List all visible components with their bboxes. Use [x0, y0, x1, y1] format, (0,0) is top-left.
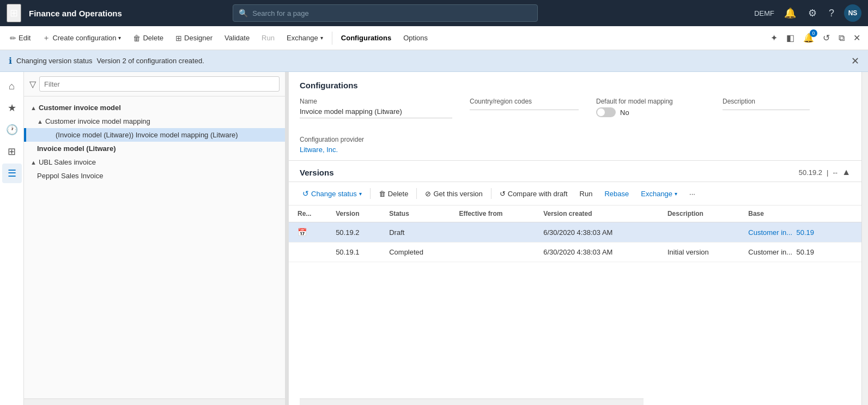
apps-icon[interactable]: ⊞	[7, 4, 21, 22]
cell-effective-from	[453, 243, 538, 262]
delete-button[interactable]: 🗑 Delete	[128, 31, 169, 46]
search-bar[interactable]: 🔍	[233, 4, 538, 22]
nav-recent-icon[interactable]: 🕐	[2, 120, 22, 140]
command-bar-right: ✦ ◧ 🔔0 ↺ ⧉ ✕	[767, 29, 864, 46]
info-icon: ℹ	[9, 56, 12, 66]
provider-link[interactable]: Litware, Inc.	[300, 146, 409, 154]
default-mapping-label: Default for model mapping	[596, 98, 705, 105]
nav-favorite-icon[interactable]: ★	[2, 98, 22, 118]
get-version-button[interactable]: ⊘ Get this version	[420, 187, 487, 201]
versions-table: Re... Version Status Effective from Vers…	[289, 205, 861, 262]
versions-horizontal-scrollbar[interactable]	[300, 398, 644, 405]
edit-button[interactable]: ✏ Edit	[4, 31, 36, 46]
info-bar-close[interactable]: ✕	[851, 55, 859, 67]
refresh-icon[interactable]: ↺	[820, 29, 833, 46]
pin-icon[interactable]: ✦	[767, 29, 781, 46]
versions-delete-button[interactable]: 🗑 Delete	[374, 187, 414, 201]
cell-version: 50.19.1	[330, 243, 384, 262]
ver-separator	[416, 188, 417, 199]
provider-label: Configuration provider	[300, 136, 409, 143]
config-fields: Name Invoice model mapping (Litware) Cou…	[300, 98, 851, 154]
designer-button[interactable]: ⊞ Designer	[170, 31, 218, 46]
run-button[interactable]: Run	[256, 31, 280, 45]
cell-base: Customer in... 50.19	[743, 222, 861, 243]
filter-input[interactable]	[39, 76, 280, 92]
versions-exchange-button[interactable]: Exchange ▾	[636, 187, 682, 201]
notification-icon[interactable]: 🔔	[782, 6, 798, 20]
cell-version-created: 6/30/2020 4:38:03 AM	[538, 243, 662, 262]
change-status-arrow-icon: ▾	[359, 191, 362, 197]
versions-more-button[interactable]: ···	[684, 187, 700, 201]
right-panel: Configurations Name Invoice model mappin…	[289, 72, 861, 405]
versions-collapse-icon[interactable]: ▲	[842, 167, 851, 177]
tree-item-ubl-sales-invoice[interactable]: ▲ UBL Sales invoice	[24, 155, 285, 169]
rebase-button[interactable]: Rebase	[599, 187, 634, 201]
filter-bar: ▽	[24, 72, 285, 96]
right-scrollbar[interactable]	[861, 72, 868, 405]
tree-content: ▲ Customer invoice model ▲ Customer invo…	[24, 96, 285, 398]
compare-draft-button[interactable]: ↺ Compare with draft	[495, 187, 573, 201]
versions-current: 50.19.2	[799, 168, 822, 177]
change-status-button[interactable]: ↺ Change status ▾	[298, 186, 367, 201]
col-version: Version	[330, 205, 384, 222]
create-config-button[interactable]: ＋ Create configuration ▾	[37, 30, 126, 46]
nav-home-icon[interactable]: ⌂	[2, 76, 22, 96]
cell-version: 50.19.2	[330, 222, 384, 243]
versions-table-wrap: Re... Version Status Effective from Vers…	[289, 205, 861, 398]
compare-icon: ↺	[500, 190, 506, 198]
tree-item-customer-invoice-model-mapping[interactable]: ▲ Customer invoice model mapping	[24, 114, 285, 128]
tree-item-peppol-sales-invoice[interactable]: Peppol Sales Invoice	[24, 169, 285, 183]
nav-list-icon[interactable]: ☰	[2, 164, 22, 183]
info-message: Changing version status	[16, 57, 92, 65]
versions-run-button[interactable]: Run	[575, 187, 598, 201]
tree-item-invoice-model-litware[interactable]: Invoice model (Litware)	[24, 142, 285, 155]
configurations-button[interactable]: Configurations	[336, 31, 397, 45]
restore-icon[interactable]: ⧉	[835, 30, 848, 46]
notification-bell-icon[interactable]: 🔔0	[800, 29, 817, 46]
cell-effective-from	[453, 222, 538, 243]
tree-arrow-icon: ▲	[37, 118, 43, 125]
name-field: Name Invoice model mapping (Litware)	[300, 98, 452, 118]
avatar[interactable]: NS	[844, 4, 861, 22]
tree-item-customer-invoice-model[interactable]: ▲ Customer invoice model	[24, 101, 285, 114]
name-label: Name	[300, 98, 452, 105]
settings-icon[interactable]: ⚙	[806, 6, 819, 20]
close-icon[interactable]: ✕	[850, 29, 864, 46]
config-header: Configurations Name Invoice model mappin…	[289, 72, 861, 161]
versions-toolbar: ↺ Change status ▾ 🗑 Delete ⊘ Get this ve…	[289, 182, 861, 205]
versions-dash: --	[833, 168, 837, 177]
base-link[interactable]: Customer in...	[748, 228, 792, 237]
provider-field: Configuration provider Litware, Inc.	[300, 136, 409, 154]
cell-re	[292, 243, 330, 262]
description-field: Description	[723, 98, 810, 118]
versions-delete-icon: 🗑	[379, 190, 386, 198]
exchange-dropdown-icon: ▾	[320, 35, 323, 41]
tree-horizontal-scrollbar[interactable]	[24, 398, 285, 405]
col-re: Re...	[292, 205, 330, 222]
help-icon[interactable]: ?	[827, 7, 836, 20]
col-status: Status	[384, 205, 453, 222]
main-layout: ⌂ ★ 🕐 ⊞ ☰ ▽ ▲ Customer invoice model ▲ C…	[0, 72, 868, 405]
versions-sep: |	[827, 168, 828, 177]
nav-workspace-icon[interactable]: ⊞	[2, 142, 22, 161]
versions-title: Versions	[300, 168, 334, 177]
exchange-button[interactable]: Exchange ▾	[281, 31, 329, 45]
cell-description: Initial version	[662, 243, 743, 262]
demf-label: DEMF	[754, 9, 774, 17]
tree-arrow-icon: ▲	[31, 159, 37, 166]
config-panel-title: Configurations	[300, 81, 851, 90]
table-row[interactable]: 📅 50.19.2 Draft 6/30/2020 4:38:03 AM Cus…	[289, 222, 861, 243]
search-input[interactable]	[252, 9, 532, 17]
options-button[interactable]: Options	[398, 31, 433, 45]
table-row[interactable]: 50.19.1 Completed 6/30/2020 4:38:03 AM I…	[289, 243, 861, 262]
ver-separator	[491, 188, 491, 199]
validate-button[interactable]: Validate	[219, 31, 255, 45]
tree-arrow-icon: ▲	[31, 105, 37, 111]
more-icon: ···	[689, 190, 695, 198]
tree-item-invoice-model-litware-mapping[interactable]: (Invoice model (Litware)) Invoice model …	[26, 128, 285, 142]
versions-section: Versions 50.19.2 | -- ▲ ↺ Change status …	[289, 161, 861, 405]
sidebar-icon[interactable]: ◧	[783, 29, 798, 46]
default-mapping-toggle[interactable]	[596, 107, 616, 117]
base-version-link[interactable]: 50.19	[796, 228, 814, 237]
get-version-icon: ⊘	[425, 190, 431, 198]
